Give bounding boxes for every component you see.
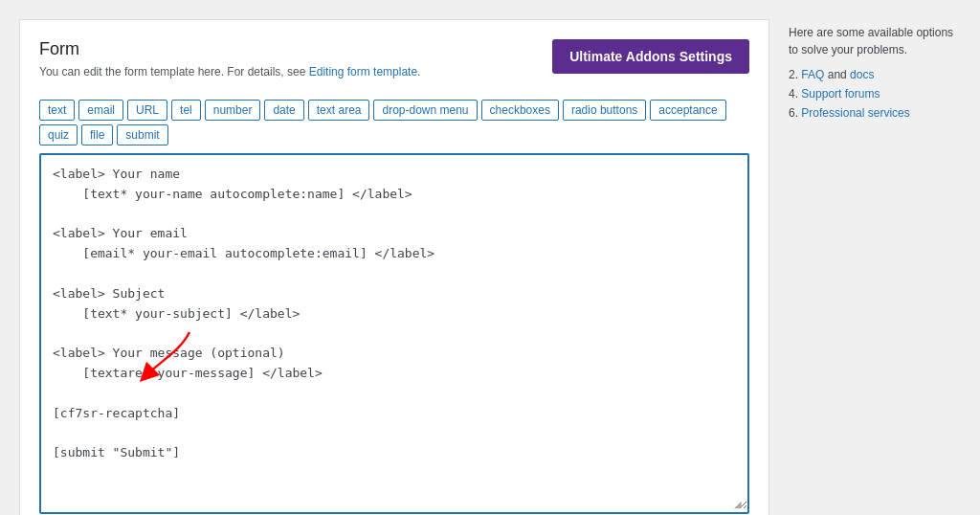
faq-and-text: and [828,68,850,81]
sidebar: Here are some available options to solve… [789,19,961,515]
tag-button-number[interactable]: number [205,100,261,121]
tag-button-drop-down-menu[interactable]: drop-down menu [373,100,477,121]
tag-button-submit[interactable]: submit [117,124,167,146]
sidebar-link-support: Support forums [789,87,961,101]
ultimate-addons-settings-button[interactable]: Ultimate Addons Settings [552,39,749,74]
tag-button-date[interactable]: date [264,100,303,121]
tag-button-checkboxes[interactable]: checkboxes [481,100,559,121]
tag-button-radio-buttons[interactable]: radio buttons [563,100,646,121]
main-content: Form You can edit the form template here… [19,19,769,515]
tag-button-text[interactable]: text [39,100,75,121]
resize-handle[interactable]: ◢ [734,499,746,510]
editing-form-template-link[interactable]: Editing form template [309,65,417,78]
form-template-textarea[interactable] [41,155,747,509]
subtitle: You can edit the form template here. For… [39,65,552,78]
title-area: Form You can edit the form template here… [39,39,552,90]
sidebar-intro: Here are some available options to solve… [789,24,961,58]
sidebar-links: FAQ and docs Support forums Professional… [789,68,961,120]
tag-button-url[interactable]: URL [127,100,167,121]
sidebar-link-faq: FAQ and docs [789,68,961,81]
professional-services-link[interactable]: Professional services [801,106,909,120]
docs-link[interactable]: docs [850,68,874,81]
subtitle-text: You can edit the form template here. For… [39,65,309,78]
tag-button-tel[interactable]: tel [171,100,201,121]
form-textarea-wrapper: ◢ [39,153,749,514]
tag-button-email[interactable]: email [78,100,123,121]
tag-buttons-toolbar: textemailURLtelnumberdatetext areadrop-d… [39,100,749,146]
header-row: Form You can edit the form template here… [39,39,749,90]
page-wrapper: Form You can edit the form template here… [0,0,980,515]
support-forums-link[interactable]: Support forums [801,87,880,101]
tag-button-text-area[interactable]: text area [308,100,370,121]
page-title: Form [39,39,552,59]
sidebar-link-professional: Professional services [789,106,961,120]
faq-link[interactable]: FAQ [801,68,824,81]
tag-button-quiz[interactable]: quiz [39,124,78,146]
tag-button-file[interactable]: file [81,124,113,146]
tag-button-acceptance[interactable]: acceptance [650,100,725,121]
